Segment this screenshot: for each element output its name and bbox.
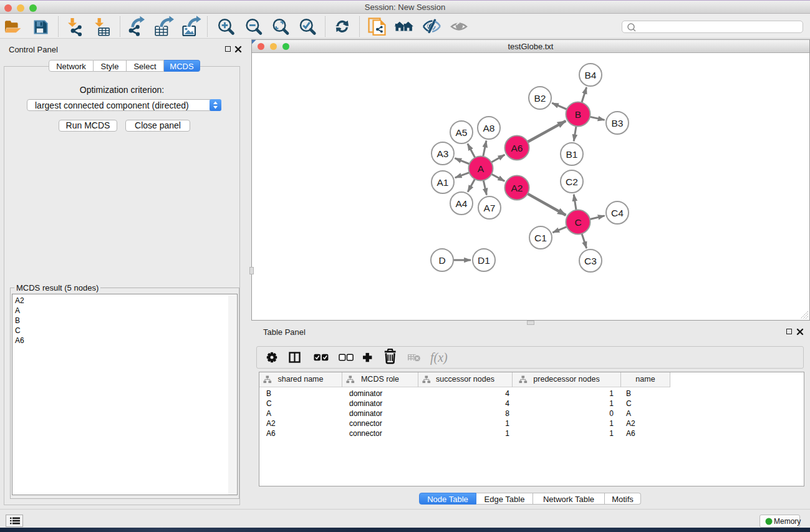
svg-text:A3: A3 — [437, 148, 449, 159]
svg-text:B1: B1 — [566, 149, 578, 160]
svg-text:D1: D1 — [478, 255, 490, 266]
svg-text:A6: A6 — [511, 143, 523, 153]
svg-text:A5: A5 — [456, 127, 468, 138]
svg-text:A4: A4 — [456, 198, 468, 209]
svg-text:B4: B4 — [585, 70, 597, 80]
svg-text:C: C — [574, 217, 581, 228]
svg-text:A8: A8 — [483, 123, 495, 133]
svg-text:B: B — [575, 109, 581, 120]
svg-text:A1: A1 — [437, 177, 449, 188]
svg-text:C4: C4 — [611, 208, 624, 218]
svg-text:C2: C2 — [566, 177, 578, 187]
svg-text:B3: B3 — [612, 118, 624, 128]
svg-text:C1: C1 — [534, 233, 547, 243]
svg-text:A2: A2 — [511, 183, 523, 193]
svg-text:C3: C3 — [584, 256, 597, 266]
svg-text:A: A — [478, 163, 485, 174]
svg-text:B2: B2 — [534, 93, 546, 104]
svg-text:D: D — [438, 255, 445, 266]
svg-text:A7: A7 — [484, 203, 496, 213]
svg-text:f(x): f(x) — [430, 351, 448, 365]
